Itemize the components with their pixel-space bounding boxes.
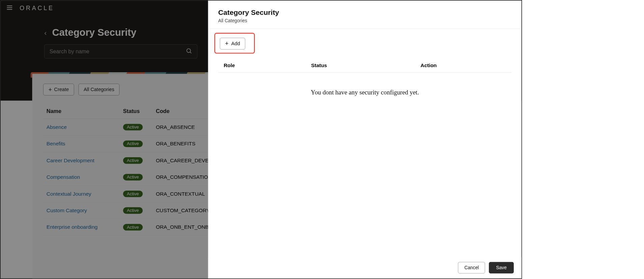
th-action: Action (415, 59, 511, 73)
cancel-button[interactable]: Cancel (458, 262, 485, 273)
add-button-label: Add (231, 41, 240, 47)
panel-title: Category Security (218, 8, 512, 17)
save-button[interactable]: Save (489, 262, 514, 273)
empty-state-message: You dont have any security configured ye… (218, 89, 512, 96)
th-panel-status: Status (306, 59, 415, 73)
security-table: Role Status Action (218, 59, 512, 73)
security-panel: Category Security All Categories + Add R… (208, 1, 522, 278)
panel-subtitle: All Categories (218, 18, 512, 24)
th-role: Role (218, 59, 306, 73)
add-button[interactable]: + Add (220, 38, 245, 50)
